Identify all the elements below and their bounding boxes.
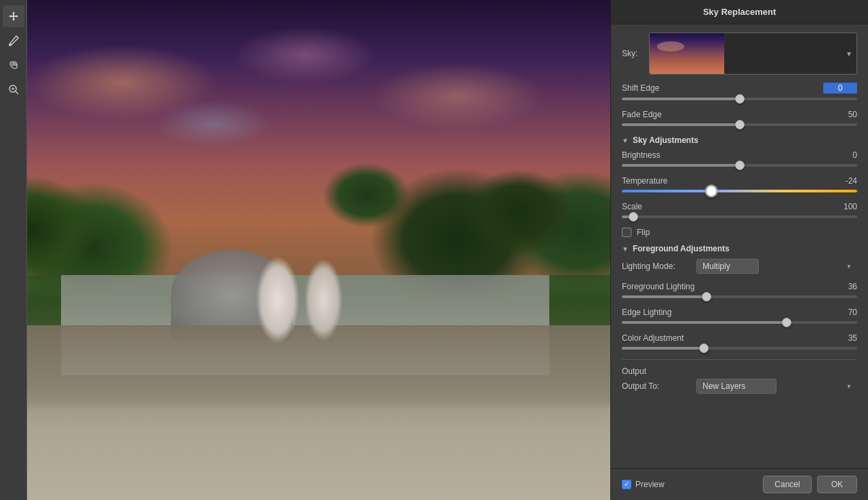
output-section: Output Output To: New Layers Duplicate L… xyxy=(622,359,857,394)
edge-lighting-slider-row: Edge Lighting 70 xyxy=(622,308,857,324)
color-adjustment-slider-row: Color Adjustment 35 xyxy=(622,333,857,350)
temperature-thumb[interactable] xyxy=(705,185,717,197)
sky-adjustments-header[interactable]: ▼ Sky Adjustments xyxy=(622,136,857,145)
output-label: Output xyxy=(622,367,646,376)
preview-row: ✓ Preview xyxy=(622,480,665,489)
panel-footer: ✓ Preview Cancel OK xyxy=(611,468,868,500)
brightness-value[interactable]: 0 xyxy=(830,150,857,160)
edge-lighting-label: Edge Lighting xyxy=(622,308,671,317)
lighting-mode-label: Lighting Mode: xyxy=(622,262,690,271)
fade-edge-slider-row: Fade Edge 50 xyxy=(622,110,857,126)
color-adjustment-track[interactable] xyxy=(622,347,857,350)
sky-selector-row: Sky: ▼ xyxy=(622,33,857,75)
foreground-lighting-thumb[interactable] xyxy=(702,292,711,301)
sky-selector-dropdown[interactable]: ▼ xyxy=(649,33,857,75)
lighting-mode-row: Lighting Mode: Multiply Screen Luminosit… xyxy=(622,259,857,274)
foreground-lighting-track[interactable] xyxy=(622,295,857,298)
edge-lighting-thumb[interactable] xyxy=(782,318,791,327)
scale-track[interactable] xyxy=(622,215,857,218)
scale-value[interactable]: 100 xyxy=(830,202,857,211)
flip-checkbox[interactable] xyxy=(622,228,631,237)
sky-adjustments-arrow-icon: ▼ xyxy=(622,137,629,144)
fade-edge-track[interactable] xyxy=(622,123,857,126)
scale-slider-row: Scale 100 xyxy=(622,202,857,218)
foreground-adjustments-label: Foreground Adjustments xyxy=(633,244,730,253)
temperature-value[interactable]: -24 xyxy=(830,176,857,186)
preview-checkbox[interactable]: ✓ xyxy=(622,480,631,489)
right-panel: Sky Replacement Sky: ▼ Shift Edge 0 Fad xyxy=(610,0,868,500)
edge-lighting-fill xyxy=(622,321,787,324)
statues-overlay xyxy=(214,200,397,400)
output-to-label: Output To: xyxy=(622,381,690,391)
temperature-label: Temperature xyxy=(622,176,667,186)
toolbar xyxy=(0,0,27,500)
brush-tool-button[interactable] xyxy=(3,30,24,51)
foreground-adjustments-arrow-icon: ▼ xyxy=(622,245,629,253)
brightness-slider-row: Brightness 0 xyxy=(622,150,857,167)
brightness-track[interactable] xyxy=(622,164,857,167)
scale-label: Scale xyxy=(622,202,642,211)
fade-edge-value[interactable]: 50 xyxy=(830,110,857,119)
fade-edge-fill xyxy=(622,123,740,126)
color-adjustment-fill xyxy=(622,347,704,350)
sky-dropdown-arrow-icon: ▼ xyxy=(846,50,852,58)
scale-thumb[interactable] xyxy=(629,212,638,222)
temperature-slider-row: Temperature -24 xyxy=(622,176,857,192)
output-to-select[interactable]: New Layers Duplicate Layer Current Layer xyxy=(696,379,776,394)
fade-edge-thumb[interactable] xyxy=(735,120,745,129)
brightness-label: Brightness xyxy=(622,150,660,160)
brightness-thumb[interactable] xyxy=(735,161,745,170)
temperature-track[interactable] xyxy=(622,190,857,192)
hand-tool-button[interactable] xyxy=(3,54,24,76)
output-to-row: Output To: New Layers Duplicate Layer Cu… xyxy=(622,379,857,394)
preview-checkmark-icon: ✓ xyxy=(624,481,629,488)
flip-checkbox-row: Flip xyxy=(622,228,857,237)
cancel-button[interactable]: Cancel xyxy=(763,476,811,493)
shift-edge-value[interactable]: 0 xyxy=(823,83,857,93)
panel-body: Sky: ▼ Shift Edge 0 Fade Edge 50 xyxy=(611,24,868,468)
fade-edge-label: Fade Edge xyxy=(622,110,662,119)
output-row: Output xyxy=(622,367,857,376)
color-adjustment-value[interactable]: 35 xyxy=(830,333,857,343)
sky-thumbnail-preview xyxy=(650,33,724,74)
shift-edge-label: Shift Edge xyxy=(622,83,659,93)
svg-line-6 xyxy=(16,91,18,94)
brightness-fill xyxy=(622,164,740,167)
canvas-image xyxy=(0,0,610,500)
foreground-lighting-fill xyxy=(622,295,707,298)
move-tool-button[interactable] xyxy=(3,5,24,27)
shift-edge-slider-row: Shift Edge 0 xyxy=(622,83,857,100)
sky-field-label: Sky: xyxy=(622,49,642,58)
preview-label: Preview xyxy=(635,480,665,489)
foreground-lighting-label: Foreground Lighting xyxy=(622,282,694,291)
edge-lighting-value[interactable]: 70 xyxy=(830,308,857,317)
panel-title: Sky Replacement xyxy=(611,0,868,24)
foreground-lighting-slider-row: Foreground Lighting 36 xyxy=(622,282,857,298)
zoom-tool-button[interactable] xyxy=(3,79,24,100)
shift-edge-fill xyxy=(622,98,740,100)
foreground-lighting-value[interactable]: 36 xyxy=(830,282,857,291)
svg-point-0 xyxy=(9,43,12,46)
color-adjustment-label: Color Adjustment xyxy=(622,333,684,343)
edge-lighting-track[interactable] xyxy=(622,321,857,324)
lighting-mode-select[interactable]: Multiply Screen Luminosity xyxy=(696,259,759,274)
sky-adjustments-label: Sky Adjustments xyxy=(633,136,698,145)
output-to-dropdown-wrapper: New Layers Duplicate Layer Current Layer xyxy=(696,379,857,394)
canvas-area xyxy=(0,0,610,500)
foreground-adjustments-header[interactable]: ▼ Foreground Adjustments xyxy=(622,244,857,253)
shift-edge-track[interactable] xyxy=(622,98,857,100)
lighting-mode-dropdown-wrapper: Multiply Screen Luminosity xyxy=(696,259,857,274)
ok-button[interactable]: OK xyxy=(817,476,857,493)
color-adjustment-thumb[interactable] xyxy=(699,343,709,353)
flip-label: Flip xyxy=(637,228,650,237)
shift-edge-thumb[interactable] xyxy=(735,94,745,104)
